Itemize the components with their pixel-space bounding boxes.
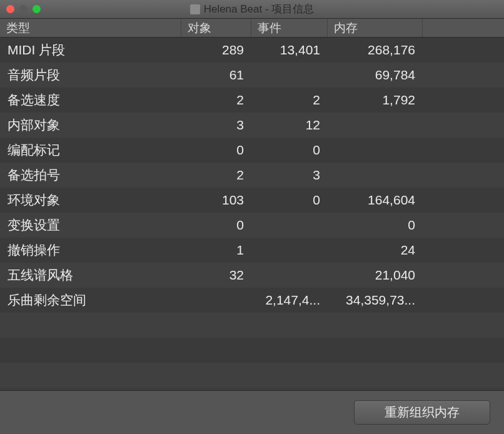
- cell-type: 备选速度: [0, 91, 181, 109]
- column-header-events[interactable]: 事件: [251, 19, 328, 37]
- empty-row: [0, 313, 504, 338]
- table-row[interactable]: 乐曲剩余空间2,147,4...34,359,73...: [0, 288, 504, 313]
- traffic-lights: [0, 5, 41, 13]
- table-row[interactable]: 变换设置00: [0, 213, 504, 238]
- cell-memory: 24: [328, 243, 423, 258]
- cell-events: 2,147,4...: [251, 293, 328, 308]
- cell-objects: 103: [181, 193, 251, 208]
- minimize-icon[interactable]: [19, 5, 28, 13]
- cell-objects: 1: [181, 243, 251, 258]
- project-info-window: Helena Beat - 项目信息 类型 对象 事件 内存 MIDI 片段28…: [0, 0, 504, 434]
- cell-events: 3: [251, 168, 328, 183]
- window-title-text: Helena Beat - 项目信息: [204, 2, 315, 16]
- zoom-icon[interactable]: [33, 5, 41, 13]
- cell-memory: 1,792: [328, 93, 423, 108]
- cell-objects: 2: [181, 168, 251, 183]
- cell-events: 0: [251, 143, 328, 158]
- column-header-memory[interactable]: 内存: [328, 19, 423, 37]
- close-icon[interactable]: [6, 5, 14, 13]
- column-header-type[interactable]: 类型: [0, 19, 181, 37]
- cell-type: 备选拍号: [0, 166, 181, 184]
- cell-events: 12: [251, 118, 328, 133]
- titlebar[interactable]: Helena Beat - 项目信息: [0, 0, 504, 19]
- cell-objects: 61: [181, 68, 251, 83]
- footer: 重新组织内存: [0, 390, 504, 434]
- cell-objects: 2: [181, 93, 251, 108]
- cell-type: 音频片段: [0, 66, 181, 84]
- cell-memory: 268,176: [328, 43, 423, 58]
- cell-objects: 0: [181, 143, 251, 158]
- cell-objects: 289: [181, 43, 251, 58]
- cell-memory: 69,784: [328, 68, 423, 83]
- cell-type: 撤销操作: [0, 241, 181, 259]
- cell-type: 内部对象: [0, 116, 181, 134]
- window-title: Helena Beat - 项目信息: [0, 2, 504, 16]
- app-icon: [190, 4, 200, 14]
- cell-events: 13,401: [251, 43, 328, 58]
- table-row[interactable]: 音频片段6169,784: [0, 63, 504, 88]
- cell-objects: 3: [181, 118, 251, 133]
- empty-row: [0, 363, 504, 388]
- cell-memory: 21,040: [328, 268, 423, 283]
- table-row[interactable]: 备选速度221,792: [0, 88, 504, 113]
- table-row[interactable]: 备选拍号23: [0, 163, 504, 188]
- cell-objects: 0: [181, 218, 251, 233]
- reorganize-memory-button[interactable]: 重新组织内存: [354, 400, 490, 425]
- table-row[interactable]: 环境对象1030164,604: [0, 188, 504, 213]
- table-row[interactable]: 编配标记00: [0, 138, 504, 163]
- cell-type: 五线谱风格: [0, 266, 181, 284]
- table-row[interactable]: 内部对象312: [0, 113, 504, 138]
- cell-type: 变换设置: [0, 216, 181, 234]
- table-row[interactable]: 五线谱风格3221,040: [0, 263, 504, 288]
- cell-events: 2: [251, 93, 328, 108]
- column-header-extra[interactable]: [423, 19, 504, 37]
- table-header: 类型 对象 事件 内存: [0, 19, 504, 38]
- cell-type: MIDI 片段: [0, 41, 181, 59]
- table-row[interactable]: MIDI 片段28913,401268,176: [0, 38, 504, 63]
- empty-row: [0, 338, 504, 363]
- cell-type: 编配标记: [0, 141, 181, 159]
- table-row[interactable]: 撤销操作124: [0, 238, 504, 263]
- column-header-objects[interactable]: 对象: [181, 19, 251, 37]
- table-body: MIDI 片段28913,401268,176音频片段6169,784备选速度2…: [0, 38, 504, 390]
- cell-events: 0: [251, 193, 328, 208]
- cell-type: 乐曲剩余空间: [0, 291, 181, 309]
- cell-objects: 32: [181, 268, 251, 283]
- cell-memory: 164,604: [328, 193, 423, 208]
- cell-memory: 34,359,73...: [328, 293, 423, 308]
- cell-type: 环境对象: [0, 191, 181, 209]
- cell-memory: 0: [328, 218, 423, 233]
